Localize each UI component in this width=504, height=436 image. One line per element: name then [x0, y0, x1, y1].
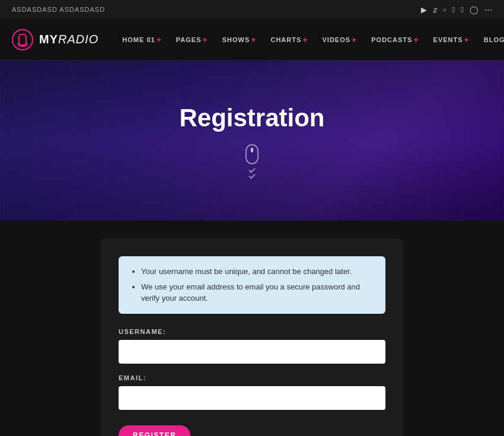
nav-item-blog[interactable]: BLOG+	[478, 30, 504, 49]
register-button[interactable]: REGISTER	[119, 425, 190, 437]
hero-scroll	[245, 144, 259, 177]
twitter-icon[interactable]: 𝕫	[433, 5, 438, 14]
top-bar-text: ASDASDASD ASDASDASD	[12, 6, 105, 13]
username-input[interactable]	[119, 340, 385, 364]
info-item-2: We use your email address to email you a…	[141, 281, 374, 304]
plus-icon: +	[302, 35, 308, 44]
apple-icon[interactable]: 	[461, 5, 464, 14]
hero-title: Registration	[179, 104, 324, 132]
nav-item-pages[interactable]: PAGES+	[170, 30, 214, 49]
youtube-icon[interactable]: ▶	[421, 5, 427, 14]
content-area: Your username must be unique, and cannot…	[0, 221, 504, 436]
nav-item-videos[interactable]: VIDEOS+	[317, 30, 363, 49]
info-item-1: Your username must be unique, and cannot…	[141, 266, 374, 278]
plus-icon: +	[251, 35, 256, 44]
instagram-icon[interactable]: ◯	[470, 5, 479, 14]
plus-icon: +	[157, 35, 162, 44]
logo-text: MYRADIO	[39, 33, 98, 46]
nav-item-charts[interactable]: CHARTS+	[264, 30, 314, 49]
plus-icon: +	[464, 35, 470, 44]
top-bar-icons: ▶ 𝕫 ▫ 𝒣  ◯ ⋯	[421, 5, 492, 14]
logo-italic: RADIO	[58, 33, 98, 46]
plus-icon: +	[203, 35, 208, 44]
navbar: MYRADIO HOME 01+ PAGES+ SHOWS+ CHARTS+ V…	[0, 19, 504, 61]
nav-item-home01[interactable]: HOME 01+	[116, 30, 167, 49]
plus-icon: +	[352, 35, 357, 44]
twitch-icon[interactable]: ▫	[444, 5, 446, 14]
username-label: USERNAME:	[119, 328, 385, 335]
nav-item-podcasts[interactable]: PODCASTS+	[365, 30, 425, 49]
scroll-chevrons	[249, 167, 255, 177]
email-label: EMAIL:	[119, 374, 385, 381]
logo-bold: MY	[39, 33, 58, 46]
scroll-dot	[251, 148, 253, 152]
nav-links: HOME 01+ PAGES+ SHOWS+ CHARTS+ VIDEOS+ P…	[116, 30, 504, 49]
tiktok-icon[interactable]: 𝒣	[452, 5, 455, 14]
plus-icon: +	[413, 35, 419, 44]
nav-item-events[interactable]: EVENTS+	[428, 30, 476, 49]
logo[interactable]: MYRADIO	[12, 29, 98, 50]
username-field-group: USERNAME:	[119, 328, 385, 364]
email-input[interactable]	[119, 386, 385, 410]
info-box: Your username must be unique, and cannot…	[119, 256, 385, 314]
registration-form-card: Your username must be unique, and cannot…	[101, 238, 403, 436]
logo-icon	[12, 29, 33, 50]
hero-section: Registration	[0, 61, 504, 221]
top-bar: ASDASDASD ASDASDASD ▶ 𝕫 ▫ 𝒣  ◯ ⋯	[0, 0, 504, 19]
more-icon[interactable]: ⋯	[484, 5, 492, 14]
nav-item-shows[interactable]: SHOWS+	[216, 30, 263, 49]
scroll-indicator	[245, 144, 259, 164]
email-field-group: EMAIL:	[119, 374, 385, 410]
hero-bg	[0, 61, 504, 221]
info-list: Your username must be unique, and cannot…	[130, 266, 374, 304]
